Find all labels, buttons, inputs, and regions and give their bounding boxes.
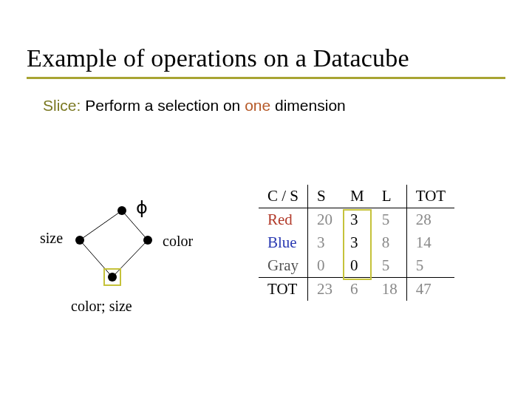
lattice-label-phi: ϕ — [136, 197, 148, 218]
cell: 3 — [341, 231, 373, 254]
col-total: 18 — [373, 278, 407, 301]
keyword-slice: Slice: — [43, 97, 81, 114]
col-header-s: S — [308, 185, 342, 208]
row-label-gray: Gray — [259, 254, 308, 278]
table-corner: C / S — [259, 185, 308, 208]
lattice-label-size: size — [40, 230, 63, 247]
row-total: 14 — [406, 231, 454, 254]
slide-title: Example of operations on a Datacube — [27, 44, 505, 79]
node-top — [117, 206, 126, 215]
table-header-row: C / S S M L TOT — [259, 185, 454, 208]
lattice-diagram: ϕ size color color; size — [52, 203, 192, 336]
cell: 20 — [308, 208, 342, 232]
subtitle-tail: dimension — [270, 97, 346, 114]
col-header-m: M — [341, 185, 373, 208]
col-total: 6 — [341, 278, 373, 301]
cell: 8 — [373, 231, 407, 254]
table-totals-row: TOT 23 6 18 47 — [259, 278, 454, 301]
keyword-one: one — [245, 97, 270, 114]
row-total: 5 — [406, 254, 454, 278]
edge-right-bottom — [112, 240, 148, 277]
row-label-blue: Blue — [259, 231, 308, 254]
edge-left-bottom — [80, 240, 112, 277]
lattice-label-bottom: color; size — [71, 298, 132, 315]
cell: 5 — [373, 208, 407, 232]
lattice-label-color: color — [163, 233, 193, 250]
col-total: 23 — [308, 278, 342, 301]
grand-total: 47 — [406, 278, 454, 301]
cell: 3 — [308, 231, 342, 254]
table-row: Red 20 3 5 28 — [259, 208, 454, 232]
node-left — [75, 236, 84, 245]
datacube-table-wrap: C / S S M L TOT Red 20 3 5 28 Blue 3 — [259, 185, 454, 301]
slide-subtitle: Slice: Perform a selection on one dimens… — [43, 97, 504, 115]
cell: 3 — [341, 208, 373, 232]
row-label-tot: TOT — [259, 278, 308, 301]
table-row: Blue 3 3 8 14 — [259, 231, 454, 254]
cell: 0 — [341, 254, 373, 278]
cell: 0 — [308, 254, 342, 278]
cell: 5 — [373, 254, 407, 278]
col-header-tot: TOT — [406, 185, 454, 208]
node-right — [143, 236, 152, 245]
subtitle-mid: Perform a selection on — [81, 97, 245, 114]
col-header-l: L — [373, 185, 407, 208]
row-label-red: Red — [259, 208, 308, 232]
datacube-table: C / S S M L TOT Red 20 3 5 28 Blue 3 — [259, 185, 454, 301]
edge-top-left — [80, 211, 122, 240]
node-bottom — [108, 273, 117, 282]
row-total: 28 — [406, 208, 454, 232]
table-row: Gray 0 0 5 5 — [259, 254, 454, 278]
